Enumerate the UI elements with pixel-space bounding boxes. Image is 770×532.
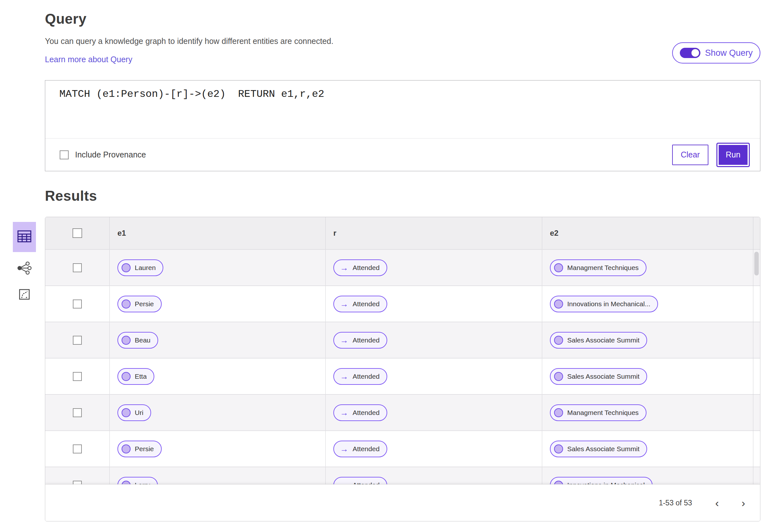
path-view-button[interactable] [13,285,36,305]
cell-r: →Attended [325,431,542,467]
next-page-button[interactable]: › [737,496,750,509]
entity-pill[interactable]: Lauren [117,259,163,276]
cell-e2: Sales Associate Summit [542,431,760,467]
entity-pill[interactable]: Sales Associate Summit [550,441,647,457]
entity-circle-icon [554,336,563,345]
entity-label: Uri [135,409,143,417]
entity-pill[interactable]: Etta [117,368,154,385]
row-checkbox[interactable] [73,263,82,272]
cell-e1: Etta [109,359,325,394]
relation-pill[interactable]: →Attended [333,404,387,421]
run-button[interactable]: Run [717,144,749,166]
include-provenance-label: Include Provenance [75,150,146,159]
query-panel-footer: Include Provenance Clear Run [45,138,760,171]
results-view-rail [13,222,36,305]
table-row: Persie→AttendedInnovations in Mechanical… [45,285,760,322]
relation-label: Attended [352,336,379,344]
row-checkbox[interactable] [73,300,82,308]
row-select-cell [45,250,109,285]
entity-circle-icon [122,372,131,381]
column-header-r: r [325,217,542,249]
entity-circle-icon [122,408,131,417]
entity-pill[interactable]: Uri [117,404,151,421]
scrollbar-thumb[interactable] [754,252,759,275]
relation-pill[interactable]: →Attended [333,441,387,457]
main-content: Query You can query a knowledge graph to… [45,0,760,521]
entity-pill[interactable]: Sales Associate Summit [550,368,647,385]
relation-pill[interactable]: →Attended [333,368,387,385]
table-icon [17,230,31,244]
relation-label: Attended [352,264,379,272]
graph-view-button[interactable] [13,259,36,278]
table-row: Etta→AttendedSales Associate Summit [45,358,760,394]
cell-r: →Attended [325,322,542,358]
entity-label: Sales Associate Summit [567,336,639,344]
arrow-icon: → [340,372,348,381]
entity-pill[interactable]: Sales Associate Summit [550,332,647,349]
row-select-cell [45,395,109,430]
row-checkbox[interactable] [73,408,82,417]
cell-r: →Attended [325,286,542,322]
entity-pill[interactable]: Managment Techniques [550,259,647,276]
arrow-icon: → [340,264,348,272]
learn-more-link[interactable]: Learn more about Query [45,55,132,64]
relation-label: Attended [352,373,379,380]
toggle-switch[interactable] [680,48,700,58]
knowledge-graph-query-page: Query You can query a knowledge graph to… [0,0,770,532]
entity-label: Sales Associate Summit [567,445,639,453]
cell-r: →Attended [325,359,542,394]
route-icon [19,289,30,301]
row-checkbox[interactable] [73,336,82,345]
entity-label: Managment Techniques [567,409,639,417]
entity-label: Lauren [135,264,156,272]
row-select-cell [45,431,109,467]
entity-pill[interactable]: Beau [117,332,158,349]
relation-label: Attended [352,300,379,308]
cell-e1: Persie [109,431,325,467]
entity-label: Innovations in Mechanical... [567,300,650,308]
page-range-label: 1-53 of 53 [659,499,692,507]
entity-pill[interactable]: Innovations in Mechanical... [550,296,658,312]
entity-circle-icon [554,300,563,308]
entity-pill[interactable]: Persie [117,441,162,457]
entity-pill[interactable]: Persie [117,296,162,312]
cell-e1: Persie [109,286,325,322]
entity-circle-icon [122,300,131,308]
cell-e1: Beau [109,322,325,358]
include-provenance-checkbox[interactable] [60,150,69,159]
table-view-button[interactable] [13,222,36,252]
relation-pill[interactable]: →Attended [333,332,387,349]
cell-e2: Managment Techniques [542,250,760,285]
clear-button[interactable]: Clear [672,145,708,165]
entity-circle-icon [554,444,563,453]
prev-page-button[interactable]: ‹ [711,496,723,509]
table-row: Persie→AttendedSales Associate Summit [45,430,760,467]
entity-pill[interactable]: Managment Techniques [550,404,647,421]
network-icon [17,261,32,276]
cell-e2: Sales Associate Summit [542,359,760,394]
entity-label: Managment Techniques [567,264,639,272]
entity-circle-icon [122,336,131,345]
entity-label: Persie [135,300,154,308]
cell-r: →Attended [325,395,542,430]
relation-pill[interactable]: →Attended [333,296,387,312]
select-all-checkbox[interactable] [72,228,82,238]
relation-pill[interactable]: →Attended [333,259,387,276]
relation-label: Attended [352,445,379,453]
column-header-e1: e1 [109,217,325,249]
query-panel: MATCH (e1:Person)-[r]->(e2) RETURN e1,r,… [45,80,760,171]
row-checkbox[interactable] [73,444,82,453]
select-all-cell [45,217,109,249]
row-select-cell [45,322,109,358]
cell-e1: Lauren [109,250,325,285]
query-input[interactable]: MATCH (e1:Person)-[r]->(e2) RETURN e1,r,… [45,80,760,138]
entity-circle-icon [122,263,131,272]
cell-r: →Attended [325,250,542,285]
show-query-toggle[interactable]: Show Query [672,42,760,63]
toggle-knob-icon [691,49,699,57]
row-checkbox[interactable] [73,372,82,381]
cell-e2: Sales Associate Summit [542,322,760,358]
vertical-scrollbar[interactable] [753,217,760,484]
entity-label: Persie [135,445,154,453]
page-description: You can query a knowledge graph to ident… [45,37,760,46]
